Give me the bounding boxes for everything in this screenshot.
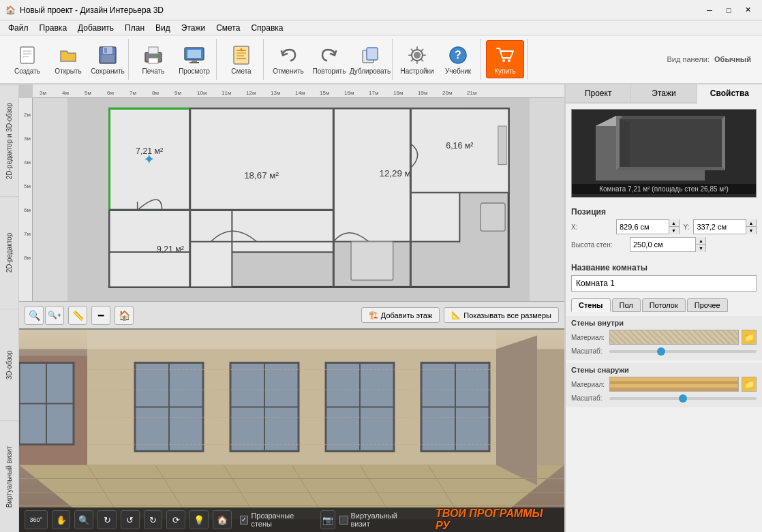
virtual-visit-checkbox[interactable] (339, 516, 348, 525)
menubar: Файл Правка Добавить План Вид Этажи Смет… (0, 20, 762, 35)
menu-plan[interactable]: План (119, 22, 150, 34)
zoom-in-3d-button[interactable]: 🔍 (74, 510, 93, 529)
maximize-button[interactable]: □ (720, 3, 737, 18)
height-row: Высота стен: ▲ ▼ (571, 237, 757, 252)
tab-project[interactable]: Проект (566, 84, 631, 102)
save-button[interactable]: Сохранить (90, 40, 125, 78)
side-label-2d3d[interactable]: 2D-редактор и 3D-обзор (0, 84, 18, 196)
menu-view[interactable]: Вид (150, 22, 176, 34)
walls-outside-scale-row: Масштаб: (571, 394, 757, 402)
menu-help[interactable]: Справка (245, 22, 288, 34)
walls-inside-material-btn[interactable]: 📁 (742, 330, 757, 345)
preview-button[interactable]: Просмотр (175, 40, 213, 78)
zoom-out-button[interactable]: 🔍 (25, 306, 44, 325)
open-button[interactable]: Открыть (49, 40, 87, 78)
open-label: Открыть (55, 67, 81, 75)
floorplan-canvas[interactable]: 7,21 м² ✦ 18,67 м² 12,29 м² 6,16 м² (33, 98, 564, 301)
show-sizes-button[interactable]: 📐 Показывать все размеры (444, 307, 559, 323)
light-button[interactable]: 💡 (189, 510, 209, 529)
floorplan-area[interactable]: 3м 4м 5м 6м 7м 8м 9м 10м 11м 12м 13м 14м… (19, 84, 564, 330)
zoom-in-button[interactable]: 🔍+ (45, 306, 64, 325)
x-spinner: ▲ ▼ (669, 219, 679, 234)
walls-inside-material-preview[interactable] (609, 330, 739, 345)
x-input[interactable]: ▲ ▼ (616, 219, 680, 234)
y-input[interactable]: ▲ ▼ (693, 219, 757, 234)
side-label-2d[interactable]: 2D-редактор (0, 196, 18, 308)
height-input[interactable]: ▲ ▼ (630, 237, 706, 252)
preview-label: Просмотр (179, 67, 210, 75)
camera-button[interactable]: 📷 (320, 510, 335, 529)
height-down-btn[interactable]: ▼ (696, 245, 705, 252)
menu-add[interactable]: Добавить (72, 22, 119, 34)
inner-tab-ceiling[interactable]: Потолок (642, 298, 686, 312)
x-up-btn[interactable]: ▲ (669, 219, 679, 227)
pan-button[interactable]: ✋ (52, 510, 71, 529)
duplicate-button[interactable]: Дублировать (351, 40, 389, 78)
walls-inside-scale-track[interactable] (609, 350, 757, 353)
360-view-button[interactable]: 360° (25, 510, 48, 529)
svg-text:12,29 м²: 12,29 м² (380, 168, 414, 178)
home-3d-button[interactable]: 🏠 (213, 510, 232, 529)
y-up-btn[interactable]: ▲ (746, 219, 756, 227)
ruler-off-button[interactable]: ━ (91, 306, 110, 325)
inner-tab-other[interactable]: Прочее (687, 298, 728, 312)
walls-outside-material-label: Материал: (571, 381, 607, 388)
walls-outside-scale-thumb[interactable] (679, 394, 687, 403)
virtual-visit-label[interactable]: Виртуальный визит (339, 512, 418, 528)
x-down-btn[interactable]: ▼ (669, 227, 679, 234)
walls-outside-scale-track[interactable] (609, 397, 757, 400)
x-value[interactable] (617, 223, 669, 231)
walls-outside-material-btn[interactable]: 📁 (742, 377, 757, 392)
create-label: Создать (14, 67, 40, 75)
measure-button[interactable]: 📏 (68, 306, 87, 325)
svg-rect-13 (187, 50, 201, 58)
menu-floors[interactable]: Этажи (176, 22, 211, 34)
settings-button[interactable]: Настройки (398, 40, 436, 78)
walls-inside-scale-thumb[interactable] (657, 347, 665, 356)
svg-rect-15 (189, 62, 199, 63)
height-up-btn[interactable]: ▲ (696, 237, 705, 245)
close-button[interactable]: ✕ (739, 3, 757, 18)
create-button[interactable]: Создать (8, 40, 46, 78)
side-label-3d[interactable]: 3D-обзор (0, 309, 18, 420)
tab-properties[interactable]: Свойства (697, 84, 762, 104)
undo-label: Отменить (273, 67, 304, 75)
walls-outside-scale-label: Масштаб: (571, 394, 607, 402)
y-down-btn[interactable]: ▼ (746, 227, 756, 234)
redo-button[interactable]: Повторить (310, 40, 348, 78)
inner-tab-walls[interactable]: Стены (571, 298, 611, 312)
preview-icon (183, 44, 205, 66)
home-button[interactable]: 🏠 (115, 306, 134, 325)
transparent-walls-label[interactable]: Прозрачные стены (240, 512, 316, 528)
estimate-button[interactable]: Смета (222, 40, 260, 78)
view3d-area[interactable]: 360° ✋ 🔍 ↻ ↺ ↻ ⟳ 💡 🏠 Прозрачные стены 📷 … (19, 330, 564, 532)
add-floor-icon: 🏗️ (369, 311, 378, 319)
transparent-walls-checkbox[interactable] (240, 516, 249, 525)
y-value[interactable] (694, 223, 746, 231)
side-label-virtual[interactable]: Виртуальный визит (0, 420, 18, 532)
room-name-input[interactable] (571, 275, 757, 292)
save-label: Сохранить (91, 67, 125, 75)
tutorial-button[interactable]: ? Учебник (439, 40, 477, 78)
walls-inside-title: Стены внутри (571, 319, 757, 327)
minimize-button[interactable]: ─ (701, 3, 718, 18)
height-value[interactable] (630, 240, 695, 249)
buy-button[interactable]: Купить (486, 40, 524, 78)
inner-tab-floor[interactable]: Пол (612, 298, 641, 312)
menu-file[interactable]: Файл (3, 22, 34, 34)
rotate-right-button[interactable]: ↻ (144, 510, 163, 529)
menu-edit[interactable]: Правка (34, 22, 73, 34)
undo-button[interactable]: Отменить (269, 40, 307, 78)
rotate-up-button[interactable]: ⟳ (166, 510, 185, 529)
orbit-button[interactable]: ↻ (97, 510, 117, 529)
menu-estimate[interactable]: Смета (211, 22, 245, 34)
tab-floors[interactable]: Этажи (631, 84, 697, 102)
walls-outside-material-preview[interactable] (609, 377, 739, 392)
rotate-left-button[interactable]: ↺ (121, 510, 140, 529)
svg-rect-38 (410, 108, 508, 192)
print-button[interactable]: Печать (134, 40, 172, 78)
svg-rect-51 (351, 242, 393, 281)
svg-point-27 (502, 59, 505, 62)
svg-rect-6 (104, 48, 107, 53)
add-floor-button[interactable]: 🏗️ Добавить этаж (361, 307, 440, 323)
